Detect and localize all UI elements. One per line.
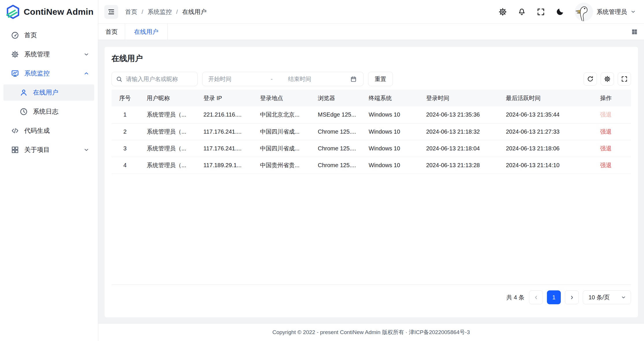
date-start-placeholder: 开始时间 [208,75,271,83]
cell-location: 中国四川省成... [252,123,309,140]
sidebar-item-online-users[interactable]: 在线用户 [3,84,94,101]
sidebar-item-system-management[interactable]: 系统管理 [3,46,94,62]
dashboard-icon [11,31,19,39]
cell-browser: Chrome 125.... [309,123,360,140]
online-users-table: 序号 用户昵称 登录 IP 登录地点 浏览器 终端系统 登录时间 最后活跃时间 … [112,90,631,285]
tab-actions-grid-icon[interactable] [625,24,644,40]
sidebar-item-label: 代码生成 [24,126,50,135]
sidebar-item-home[interactable]: 首页 [3,27,94,43]
column-header-last-active: 最后活跃时间 [498,90,592,106]
force-logout-link[interactable]: 强退 [600,162,612,168]
user-name: 系统管理员 [597,8,627,16]
sidebar-collapse-button[interactable] [104,5,118,19]
sidebar-item-system-monitor[interactable]: 系统监控 [3,65,94,82]
user-icon [20,89,28,97]
table-row: 1 系统管理员（... 221.216.116.... 中国北京北京... MS… [112,106,631,123]
tab-online-users[interactable]: 在线用户 [125,24,168,40]
tab-home[interactable]: 首页 [98,24,125,40]
cell-browser: Chrome 125.... [309,157,360,174]
page-size-select[interactable]: 10 条/页 [583,290,631,304]
cell-ip: 117.176.241.... [195,123,252,140]
notification-bell-icon[interactable] [517,8,526,16]
cell-login-time: 2024-06-13 21:18:04 [418,140,498,157]
sidebar-item-about-project[interactable]: 关于项目 [3,142,94,158]
force-logout-link[interactable]: 强退 [600,145,612,152]
breadcrumb-separator: / [142,8,143,15]
reset-button[interactable]: 重置 [368,72,393,86]
grid-icon [11,146,19,154]
cell-login-time: 2024-06-13 21:35:36 [418,106,498,123]
avatar [575,3,593,21]
main-area: 首页 / 系统监控 / 在线用户 [98,0,644,341]
cell-seq: 3 [112,140,138,157]
sidebar-menu: 首页 系统管理 系统监控 [0,24,98,161]
content-area: 在线用户 开始时间 - 结束时间 [98,40,644,323]
sidebar-item-label: 在线用户 [33,88,58,97]
refresh-icon [587,75,594,82]
dark-mode-moon-icon[interactable] [556,8,564,16]
fullscreen-icon[interactable] [537,8,545,16]
topbar-actions: 系统管理员 [498,3,636,21]
date-range-picker[interactable]: 开始时间 - 结束时间 [202,72,363,86]
sidebar-item-label: 系统管理 [24,50,50,59]
cell-os: Windows 10 [360,106,418,123]
cell-ip: 117.189.29.1... [195,157,252,174]
cell-seq: 2 [112,123,138,140]
cell-location: 中国北京北京... [252,106,309,123]
column-header-browser: 浏览器 [309,90,360,106]
breadcrumb-item-online-users: 在线用户 [182,8,207,16]
column-settings-button[interactable] [601,72,614,86]
sidebar-item-label: 系统监控 [24,69,50,78]
force-logout-link[interactable]: 强退 [600,128,612,135]
chevron-down-icon [630,9,636,14]
search-icon [116,76,123,82]
table-fullscreen-button[interactable] [618,72,631,86]
sidebar-item-label: 系统日志 [33,107,58,116]
calendar-icon [350,76,357,82]
copyright-text: Copyright © 2022 - present ContiNew Admi… [272,329,470,336]
table-header-row: 序号 用户昵称 登录 IP 登录地点 浏览器 终端系统 登录时间 最后活跃时间 … [112,90,631,106]
pagination-page-1[interactable]: 1 [547,290,561,304]
breadcrumb-item-system-monitor[interactable]: 系统监控 [148,8,172,16]
chevron-down-icon [621,295,626,300]
gear-icon [11,50,19,58]
cell-os: Windows 10 [360,140,418,157]
column-header-ip: 登录 IP [195,90,252,106]
fullscreen-icon [621,75,628,82]
cell-nickname: 系统管理员（... [138,140,195,157]
cell-last-active: 2024-06-13 21:35:44 [498,106,592,123]
column-header-seq: 序号 [112,90,138,106]
pagination-next-button[interactable] [565,290,579,304]
menu-fold-icon [107,8,115,16]
tabbar-spacer [168,24,625,40]
breadcrumb: 首页 / 系统监控 / 在线用户 [125,8,207,16]
settings-gear-icon[interactable] [498,8,507,16]
user-menu[interactable]: 系统管理员 [575,3,636,21]
gear-icon [604,75,611,82]
topbar: 首页 / 系统监控 / 在线用户 [98,0,644,24]
cell-last-active: 2024-06-13 21:18:06 [498,140,592,157]
search-input[interactable] [126,76,193,82]
chevron-up-icon [83,71,89,76]
page-size-value: 10 条/页 [589,294,610,301]
tab-label: 在线用户 [134,28,158,36]
pagination-prev-button[interactable] [529,290,543,304]
sidebar-item-label: 首页 [24,31,37,40]
sidebar-item-label: 关于项目 [24,145,50,154]
cell-login-time: 2024-06-13 21:18:32 [418,123,498,140]
cell-last-active: 2024-06-13 21:14:10 [498,157,592,174]
sidebar-item-code-generation[interactable]: 代码生成 [3,123,94,139]
refresh-button[interactable] [584,72,597,86]
column-header-login-time: 登录时间 [418,90,498,106]
sidebar-item-system-logs[interactable]: 系统日志 [3,104,94,120]
cell-seq: 1 [112,106,138,123]
breadcrumb-item-home[interactable]: 首页 [125,8,137,16]
logo-area[interactable]: ContiNew Admin [0,0,98,24]
cell-ip: 117.176.241.... [195,140,252,157]
date-end-placeholder: 结束时间 [288,75,350,83]
cell-last-active: 2024-06-13 21:27:33 [498,123,592,140]
column-header-os: 终端系统 [360,90,418,106]
cell-nickname: 系统管理员（... [138,157,195,174]
cell-location: 中国四川省成... [252,140,309,157]
filter-bar: 开始时间 - 结束时间 重置 [112,72,631,86]
